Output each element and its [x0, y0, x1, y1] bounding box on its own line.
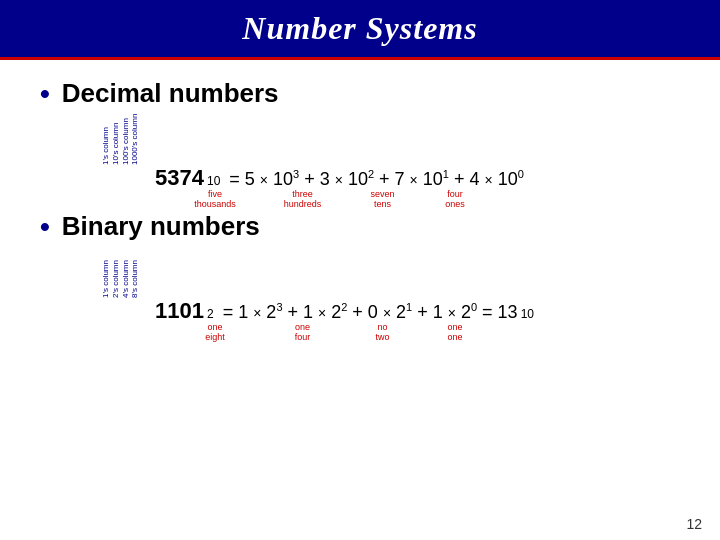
- binary-eq-sym: = 1 × 23 + 1 × 22 + 0 × 21 + 1 × 20 = 13: [223, 301, 518, 323]
- binary-col-2s: 2's column: [112, 250, 121, 298]
- decimal-sub-3-line1: three: [292, 189, 313, 199]
- binary-sub-0-line1: no: [377, 322, 387, 332]
- binary-sub-1a-line1: one: [207, 322, 222, 332]
- binary-main-sub: 2: [207, 307, 214, 321]
- binary-sub-1c-line1: one: [447, 322, 462, 332]
- decimal-sub-5: five thousands: [170, 189, 260, 209]
- decimal-sub-5-line1: five: [208, 189, 222, 199]
- decimal-col-1000s: 1000's column: [131, 117, 140, 165]
- decimal-sub-4-line1: four: [447, 189, 463, 199]
- binary-sub-1b: one four: [260, 322, 345, 342]
- binary-sub-1b-line1: one: [295, 322, 310, 332]
- binary-sub-0: no two: [345, 322, 420, 342]
- decimal-sub-7-line2: tens: [374, 199, 391, 209]
- binary-equation: 11012 = 1 × 23 + 1 × 22 + 0 × 21 + 1 × 2…: [155, 298, 534, 324]
- binary-col-8s: 8's column: [131, 250, 140, 298]
- decimal-section: • Decimal numbers 1's column 10's column…: [40, 78, 680, 203]
- binary-result-sub: 10: [521, 307, 534, 321]
- decimal-label: Decimal numbers: [62, 78, 279, 109]
- binary-sub-1c: one one: [420, 322, 490, 342]
- slide: Number Systems • Decimal numbers 1's col…: [0, 0, 720, 540]
- binary-sub-1a-line2: eight: [205, 332, 225, 342]
- binary-main-number: 1101: [155, 298, 204, 324]
- decimal-main-sub: 10: [207, 174, 220, 188]
- decimal-sub-labels: five thousands three hundreds seven tens…: [180, 189, 720, 209]
- decimal-eq-sym: = 5 × 103 + 3 × 102 + 7 × 101 + 4 × 100: [229, 168, 524, 190]
- decimal-sub-5-line2: thousands: [194, 199, 236, 209]
- binary-bullet-label: • Binary numbers: [40, 211, 680, 242]
- decimal-diagram: 1's column 10's column 100's column 1000…: [100, 113, 680, 203]
- binary-label: Binary numbers: [62, 211, 260, 242]
- slide-title: Number Systems: [242, 10, 477, 46]
- binary-col-1s: 1's column: [102, 250, 111, 298]
- decimal-sub-3: three hundreds: [260, 189, 345, 209]
- decimal-equation: 537410 = 5 × 103 + 3 × 102 + 7 × 101 + 4…: [155, 165, 524, 191]
- binary-sub-1a: one eight: [170, 322, 260, 342]
- binary-bullet-dot: •: [40, 213, 50, 241]
- decimal-main-number: 5374: [155, 165, 204, 191]
- binary-sub-1c-line2: one: [447, 332, 462, 342]
- binary-sub-labels: one eight one four no two one one: [180, 322, 720, 342]
- decimal-col-labels: 1's column 10's column 100's column 1000…: [102, 115, 140, 165]
- decimal-col-10s: 10's column: [112, 117, 121, 165]
- decimal-col-1s: 1's column: [102, 117, 111, 165]
- decimal-sub-7-line1: seven: [370, 189, 394, 199]
- decimal-sub-4-line2: ones: [445, 199, 465, 209]
- decimal-bullet-dot: •: [40, 80, 50, 108]
- page-number: 12: [686, 516, 702, 532]
- decimal-sub-4: four ones: [420, 189, 490, 209]
- decimal-bullet-label: • Decimal numbers: [40, 78, 680, 109]
- binary-section: • Binary numbers 1's column 2's column 4…: [40, 211, 680, 336]
- content-area: • Decimal numbers 1's column 10's column…: [0, 60, 720, 352]
- decimal-sub-3-line2: hundreds: [284, 199, 322, 209]
- binary-diagram: 1's column 2's column 4's column 8's col…: [100, 246, 680, 336]
- decimal-sub-7: seven tens: [345, 189, 420, 209]
- binary-sub-1b-line2: four: [295, 332, 311, 342]
- binary-col-labels: 1's column 2's column 4's column 8's col…: [102, 248, 140, 298]
- binary-sub-0-line2: two: [375, 332, 389, 342]
- title-bar: Number Systems: [0, 0, 720, 57]
